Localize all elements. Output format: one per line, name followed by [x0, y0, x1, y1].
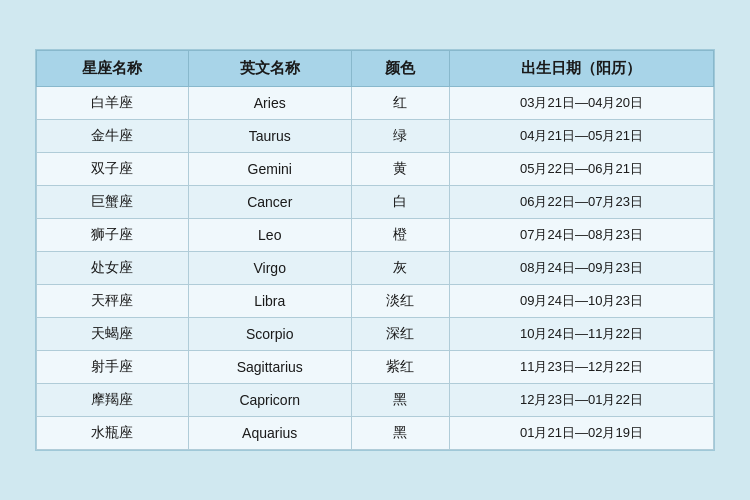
cell-chinese-name: 天秤座 — [37, 285, 189, 318]
cell-dates: 05月22日—06月21日 — [449, 153, 713, 186]
header-chinese-name: 星座名称 — [37, 51, 189, 87]
cell-chinese-name: 水瓶座 — [37, 417, 189, 450]
table-row: 巨蟹座Cancer白06月22日—07月23日 — [37, 186, 714, 219]
table-body: 白羊座Aries红03月21日—04月20日金牛座Taurus绿04月21日—0… — [37, 87, 714, 450]
header-english-name: 英文名称 — [188, 51, 351, 87]
table-row: 双子座Gemini黄05月22日—06月21日 — [37, 153, 714, 186]
cell-chinese-name: 巨蟹座 — [37, 186, 189, 219]
table-row: 水瓶座Aquarius黑01月21日—02月19日 — [37, 417, 714, 450]
table-header-row: 星座名称 英文名称 颜色 出生日期（阳历） — [37, 51, 714, 87]
cell-chinese-name: 狮子座 — [37, 219, 189, 252]
cell-english-name: Cancer — [188, 186, 351, 219]
table-row: 金牛座Taurus绿04月21日—05月21日 — [37, 120, 714, 153]
cell-dates: 03月21日—04月20日 — [449, 87, 713, 120]
cell-english-name: Gemini — [188, 153, 351, 186]
cell-dates: 06月22日—07月23日 — [449, 186, 713, 219]
cell-chinese-name: 处女座 — [37, 252, 189, 285]
cell-chinese-name: 天蝎座 — [37, 318, 189, 351]
cell-english-name: Libra — [188, 285, 351, 318]
cell-color: 黑 — [351, 384, 449, 417]
table-row: 摩羯座Capricorn黑12月23日—01月22日 — [37, 384, 714, 417]
cell-color: 灰 — [351, 252, 449, 285]
cell-color: 淡红 — [351, 285, 449, 318]
cell-english-name: Leo — [188, 219, 351, 252]
cell-english-name: Taurus — [188, 120, 351, 153]
cell-dates: 12月23日—01月22日 — [449, 384, 713, 417]
header-dates: 出生日期（阳历） — [449, 51, 713, 87]
table-row: 狮子座Leo橙07月24日—08月23日 — [37, 219, 714, 252]
cell-chinese-name: 双子座 — [37, 153, 189, 186]
cell-dates: 11月23日—12月22日 — [449, 351, 713, 384]
header-color: 颜色 — [351, 51, 449, 87]
zodiac-table: 星座名称 英文名称 颜色 出生日期（阳历） 白羊座Aries红03月21日—04… — [36, 50, 714, 450]
table-row: 天秤座Libra淡红09月24日—10月23日 — [37, 285, 714, 318]
cell-english-name: Aries — [188, 87, 351, 120]
cell-color: 黑 — [351, 417, 449, 450]
cell-english-name: Aquarius — [188, 417, 351, 450]
cell-dates: 10月24日—11月22日 — [449, 318, 713, 351]
cell-color: 白 — [351, 186, 449, 219]
zodiac-table-container: 星座名称 英文名称 颜色 出生日期（阳历） 白羊座Aries红03月21日—04… — [35, 49, 715, 451]
cell-chinese-name: 摩羯座 — [37, 384, 189, 417]
cell-chinese-name: 白羊座 — [37, 87, 189, 120]
cell-dates: 01月21日—02月19日 — [449, 417, 713, 450]
cell-chinese-name: 射手座 — [37, 351, 189, 384]
cell-english-name: Sagittarius — [188, 351, 351, 384]
cell-color: 深红 — [351, 318, 449, 351]
cell-chinese-name: 金牛座 — [37, 120, 189, 153]
cell-english-name: Virgo — [188, 252, 351, 285]
table-row: 天蝎座Scorpio深红10月24日—11月22日 — [37, 318, 714, 351]
cell-dates: 04月21日—05月21日 — [449, 120, 713, 153]
cell-color: 红 — [351, 87, 449, 120]
cell-dates: 07月24日—08月23日 — [449, 219, 713, 252]
cell-color: 紫红 — [351, 351, 449, 384]
cell-dates: 09月24日—10月23日 — [449, 285, 713, 318]
table-row: 处女座Virgo灰08月24日—09月23日 — [37, 252, 714, 285]
cell-english-name: Capricorn — [188, 384, 351, 417]
cell-english-name: Scorpio — [188, 318, 351, 351]
cell-color: 橙 — [351, 219, 449, 252]
cell-color: 绿 — [351, 120, 449, 153]
cell-color: 黄 — [351, 153, 449, 186]
table-row: 白羊座Aries红03月21日—04月20日 — [37, 87, 714, 120]
table-row: 射手座Sagittarius紫红11月23日—12月22日 — [37, 351, 714, 384]
cell-dates: 08月24日—09月23日 — [449, 252, 713, 285]
